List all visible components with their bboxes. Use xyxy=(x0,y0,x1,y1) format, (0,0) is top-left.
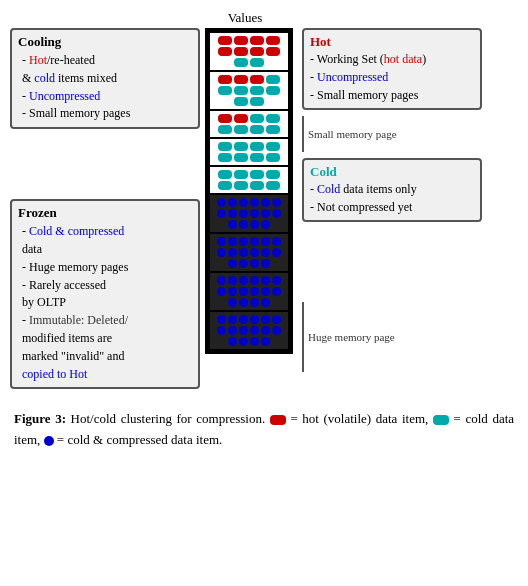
compressed-item xyxy=(261,298,270,307)
cold-title: Cold xyxy=(310,164,474,180)
diagram-container: Values Cooling - Hot/re-heated & cold it… xyxy=(10,10,518,451)
cold-item xyxy=(218,142,232,151)
cold-label-box: Cold - Cold data items only - Not compre… xyxy=(302,158,482,222)
hot-item-2: - Uncompressed xyxy=(310,68,474,86)
hot-item xyxy=(234,47,248,56)
compressed-item xyxy=(272,248,281,257)
compressed-item xyxy=(261,198,270,207)
right-labels: Hot - Working Set (hot data) - Uncompres… xyxy=(302,28,482,372)
compressed-item xyxy=(228,237,237,246)
row-1 xyxy=(210,33,288,70)
cooling-item-3: - Uncompressed xyxy=(22,88,192,105)
cold-item xyxy=(250,114,264,123)
frozen-item-2: data xyxy=(22,241,192,258)
cold-item xyxy=(218,125,232,134)
cold-item xyxy=(250,97,264,106)
hot-item xyxy=(218,75,232,84)
cold-item xyxy=(250,142,264,151)
compressed-item xyxy=(272,326,281,335)
small-memory-label: Small memory page xyxy=(308,128,397,140)
huge-memory-label: Huge memory page xyxy=(308,331,395,343)
compressed-item xyxy=(250,298,259,307)
hot-item xyxy=(234,75,248,84)
cold-item xyxy=(266,142,280,151)
compressed-item xyxy=(261,237,270,246)
cold-item xyxy=(218,86,232,95)
cells-wrapper xyxy=(205,28,293,354)
row-4 xyxy=(210,139,288,165)
cold-item xyxy=(234,170,248,179)
compressed-item xyxy=(250,198,259,207)
frozen-item-6: - Immutable: Deleted/ xyxy=(22,312,192,329)
cold-item xyxy=(234,86,248,95)
compressed-item xyxy=(217,326,226,335)
caption-figure: Figure 3: xyxy=(14,411,66,426)
compressed-item xyxy=(250,220,259,229)
hot-item-3: - Small memory pages xyxy=(310,86,474,104)
cooling-box: Cooling - Hot/re-heated & cold items mix… xyxy=(10,28,200,129)
caption-legend3: = cold & compressed data item. xyxy=(57,432,222,447)
row-5 xyxy=(210,167,288,193)
hot-item-1: - Working Set (hot data) xyxy=(310,50,474,68)
compressed-item xyxy=(239,209,248,218)
compressed-item xyxy=(250,276,259,285)
hot-item xyxy=(266,36,280,45)
compressed-item xyxy=(228,287,237,296)
hot-item xyxy=(234,36,248,45)
compressed-item xyxy=(239,237,248,246)
frozen-item-3: - Huge memory pages xyxy=(22,259,192,276)
compressed-item xyxy=(228,220,237,229)
hot-item xyxy=(234,114,248,123)
hot-item xyxy=(250,75,264,84)
left-labels: Cooling - Hot/re-heated & cold items mix… xyxy=(10,28,200,393)
caption-text: Hot/cold clustering for compression. xyxy=(71,411,266,426)
right-top-section: Hot - Working Set (hot data) - Uncompres… xyxy=(302,28,482,222)
compressed-item xyxy=(261,259,270,268)
row-8 xyxy=(210,273,288,310)
cold-item xyxy=(234,153,248,162)
compressed-item xyxy=(217,237,226,246)
compressed-item xyxy=(250,209,259,218)
compressed-item xyxy=(272,315,281,324)
cooling-item-1: - Hot/re-heated xyxy=(22,52,192,69)
cold-item xyxy=(218,181,232,190)
compressed-item xyxy=(250,315,259,324)
compressed-item xyxy=(217,276,226,285)
values-header: Values xyxy=(228,10,263,25)
hot-item xyxy=(218,36,232,45)
main-diagram: Cooling - Hot/re-heated & cold items mix… xyxy=(10,28,518,393)
cold-item xyxy=(234,142,248,151)
compressed-item xyxy=(228,326,237,335)
compressed-item xyxy=(228,315,237,324)
hot-label-box: Hot - Working Set (hot data) - Uncompres… xyxy=(302,28,482,110)
frozen-item-4: - Rarely accessed xyxy=(22,277,192,294)
cold-item xyxy=(234,181,248,190)
compressed-item xyxy=(239,298,248,307)
row-3 xyxy=(210,111,288,137)
compressed-item xyxy=(272,209,281,218)
hot-title: Hot xyxy=(310,34,474,50)
cold-item xyxy=(234,125,248,134)
compressed-item xyxy=(250,326,259,335)
compressed-item xyxy=(261,276,270,285)
compressed-item xyxy=(217,209,226,218)
compressed-item xyxy=(228,337,237,346)
compressed-item xyxy=(261,337,270,346)
hot-item xyxy=(218,47,232,56)
legend-cold-icon xyxy=(433,415,449,425)
legend-hot-icon xyxy=(270,415,286,425)
compressed-item xyxy=(272,198,281,207)
compressed-item xyxy=(250,337,259,346)
compressed-item xyxy=(261,248,270,257)
frozen-item-8: marked "invalid" and xyxy=(22,348,192,365)
cold-item xyxy=(266,125,280,134)
compressed-item xyxy=(228,248,237,257)
compressed-item xyxy=(261,315,270,324)
compressed-item xyxy=(250,248,259,257)
compressed-item xyxy=(239,259,248,268)
cooling-item-2: & cold items mixed xyxy=(22,70,192,87)
hot-item xyxy=(250,36,264,45)
compressed-item xyxy=(217,287,226,296)
cold-item xyxy=(266,86,280,95)
compressed-item xyxy=(261,209,270,218)
